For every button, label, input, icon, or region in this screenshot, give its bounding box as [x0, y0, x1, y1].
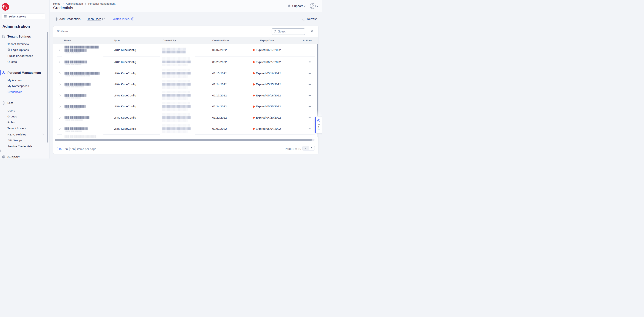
svg-text:?: ? [318, 119, 320, 121]
svg-text:5: 5 [5, 4, 8, 10]
